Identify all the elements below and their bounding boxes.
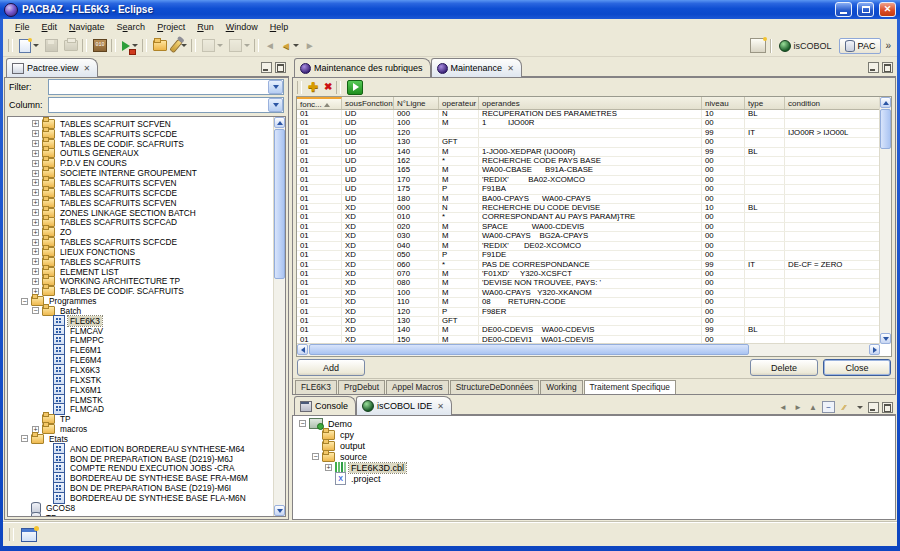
close-tab-icon[interactable]: ✕: [437, 402, 444, 411]
forward-icon[interactable]: ►: [792, 402, 804, 413]
table-row[interactable]: 01UD170M'REDIX' BA02-XCOMCO00: [297, 176, 880, 185]
scroll-up-icon[interactable]: [880, 97, 891, 108]
compile-button[interactable]: 010: [90, 36, 110, 55]
expander-plus-icon[interactable]: +: [32, 248, 39, 255]
scroll-up-icon[interactable]: [274, 117, 285, 128]
tree-item-etats[interactable]: −Etats: [8, 434, 274, 444]
dropdown-chevron-icon[interactable]: [33, 44, 39, 47]
expander-plus-icon[interactable]: +: [32, 219, 39, 226]
new-wizard-button[interactable]: [16, 36, 42, 55]
add-line-button[interactable]: ✚: [305, 78, 321, 97]
collapse-all-icon[interactable]: −: [822, 401, 835, 413]
execute-button[interactable]: [344, 78, 366, 97]
filter-combo[interactable]: [48, 79, 284, 95]
expander-plus-icon[interactable]: +: [32, 189, 39, 196]
expander-plus-icon[interactable]: +: [32, 170, 39, 177]
bottom-tab-traitement-specifique[interactable]: Traitement Specifique: [584, 380, 676, 394]
menu-navigate[interactable]: Navigate: [63, 21, 111, 33]
table-row[interactable]: 01UD165MWA00-CBASE B91A-CBASE00: [297, 166, 880, 175]
menu-edit[interactable]: Edit: [36, 21, 64, 33]
tree-item-demo[interactable]: −Demo: [293, 418, 895, 429]
tree-item-ano-edition-bordereau-synthese-m64[interactable]: ANO EDITION BORDEREAU SYNTHESE-M64: [8, 444, 274, 454]
menu-window[interactable]: Window: [220, 21, 264, 33]
previous-annotation-button[interactable]: [226, 36, 253, 55]
expander-minus-icon[interactable]: −: [21, 298, 28, 305]
view-menu-icon[interactable]: [853, 402, 865, 413]
bottom-tab-appel-macros[interactable]: Appel Macros: [386, 380, 449, 394]
tree-item-fle6m1[interactable]: FLE6M1: [8, 345, 274, 355]
table-row[interactable]: 01XD100MWA00-CPAYS Y320-XKANOM00: [297, 289, 880, 298]
link-with-editor-icon[interactable]: ⁄⁄: [838, 402, 850, 413]
maximize-view-icon[interactable]: [882, 402, 893, 413]
bottom-tab-working[interactable]: Working: [540, 380, 582, 394]
dropdown-chevron-icon[interactable]: [217, 44, 223, 47]
tree-item-tables-de-codif-scafruits[interactable]: +TABLES DE CODIF. SCAFRUITS: [8, 286, 274, 296]
table-row[interactable]: 01UD175PF91BA00: [297, 185, 880, 194]
tree-item-flmcav[interactable]: FLMCAV: [8, 326, 274, 336]
table-row[interactable]: 01XD060*PAS DE CORRESPONDANCE99ITDE-CF =…: [297, 261, 880, 270]
table-row[interactable]: 01UD000NRECUPERATION DES PARAMETRES10BL: [297, 110, 880, 119]
tree-item-bon-de-preparation-base-d219-m6i[interactable]: BON DE PREPARATION BASE (D219)-M6I: [8, 483, 274, 493]
tree-item--project[interactable]: X.project: [293, 473, 895, 484]
fast-view-icon[interactable]: [21, 528, 37, 542]
perspective-overflow-chevron[interactable]: »: [885, 40, 891, 51]
search-button[interactable]: [170, 36, 190, 55]
table-row[interactable]: 01XD050PF91DE00: [297, 251, 880, 260]
perspective-pac-button[interactable]: PAC: [839, 38, 882, 54]
expander-plus-icon[interactable]: +: [32, 130, 39, 137]
table-row[interactable]: 01XD010*CORRESPONDANT AU PAYS PARAM}TRE0…: [297, 213, 880, 222]
close-button[interactable]: Close: [823, 359, 891, 376]
table-row[interactable]: 01UD162*RECHERCHE CODE PAYS BASE00: [297, 157, 880, 166]
open-perspective-icon[interactable]: [750, 38, 766, 53]
expander-plus-icon[interactable]: +: [32, 179, 39, 186]
tree-item-source[interactable]: −source: [293, 451, 895, 462]
table-row[interactable]: 01XD080M'DEVISE NON TROUVEE, PAYS: '00: [297, 279, 880, 288]
expander-plus-icon[interactable]: +: [32, 229, 39, 236]
tree-item-fle6k3d-cbl[interactable]: +FLE6K3D.cbl: [293, 462, 895, 473]
tree-item-gcos8[interactable]: GCOS8: [8, 503, 274, 513]
scrollbar-thumb[interactable]: [880, 109, 891, 149]
table-row[interactable]: 01UD180MBA00-CPAYS WA00-CPAYS00: [297, 195, 880, 204]
scroll-down-icon[interactable]: [274, 505, 285, 516]
bottom-tab-structurededonn-es[interactable]: StructureDeDonnées: [450, 380, 539, 394]
tree-item-fle6m4[interactable]: FLE6M4: [8, 355, 274, 365]
pactree-vertical-scrollbar[interactable]: [273, 117, 285, 516]
tree-item-flxstk[interactable]: FLXSTK: [8, 375, 274, 385]
expander-minus-icon[interactable]: −: [21, 435, 28, 442]
maximize-view-icon[interactable]: [882, 62, 893, 73]
table-row[interactable]: 01XD040M'REDIX' DE02-XCOMCO00: [297, 242, 880, 251]
expander-minus-icon[interactable]: −: [312, 453, 319, 460]
column-header-fonc[interactable]: fonc...: [297, 97, 342, 109]
menu-search[interactable]: Search: [111, 21, 152, 33]
scroll-left-icon[interactable]: [297, 344, 308, 355]
scrollbar-thumb[interactable]: [309, 344, 749, 355]
menu-run[interactable]: Run: [191, 21, 220, 33]
expander-plus-icon[interactable]: +: [32, 120, 39, 127]
last-edit-location-button[interactable]: ◄: [262, 36, 278, 55]
run-external-button[interactable]: [119, 36, 141, 55]
table-row[interactable]: 01XD030MWA00-CPAYS BG2A-CPAYS00: [297, 232, 880, 241]
table-row[interactable]: 01XD140MDE00-CDEVIS WA00-CDEVIS99BL: [297, 326, 880, 335]
scroll-down-icon[interactable]: [880, 333, 891, 344]
column-header-nligne[interactable]: N°Ligne: [394, 97, 439, 109]
minimize-window-button[interactable]: [835, 2, 852, 17]
minimize-view-icon[interactable]: [261, 62, 272, 73]
minimize-view-icon[interactable]: [868, 62, 879, 73]
tree-item-output[interactable]: output: [293, 440, 895, 451]
tree-item-flx6m1[interactable]: FLX6M1: [8, 385, 274, 395]
bottom-tab-fle6k3[interactable]: FLE6K3: [295, 380, 337, 394]
expander-plus-icon[interactable]: +: [32, 199, 39, 206]
table-row[interactable]: 01XD130GFT00: [297, 317, 880, 326]
tree-item-compte-rendu-execution-jobs-cra[interactable]: COMPTE RENDU EXECUTION JOBS -CRA: [8, 464, 274, 474]
expander-minus-icon[interactable]: −: [299, 420, 306, 427]
dropdown-chevron-icon[interactable]: [244, 44, 250, 47]
expander-plus-icon[interactable]: +: [32, 140, 39, 147]
title-bar[interactable]: PACBAZ - FLE6K3 - Eclipse ✕: [0, 0, 900, 19]
expander-plus-icon[interactable]: +: [32, 209, 39, 216]
expander-plus-icon[interactable]: +: [32, 278, 39, 285]
column-dropdown-icon[interactable]: [268, 98, 283, 112]
table-row[interactable]: 01UD12099ITIJO00R > IJO00L: [297, 129, 880, 138]
save-button[interactable]: [42, 36, 61, 55]
menu-help[interactable]: Help: [264, 21, 295, 33]
delete-button[interactable]: Delete: [750, 359, 818, 376]
